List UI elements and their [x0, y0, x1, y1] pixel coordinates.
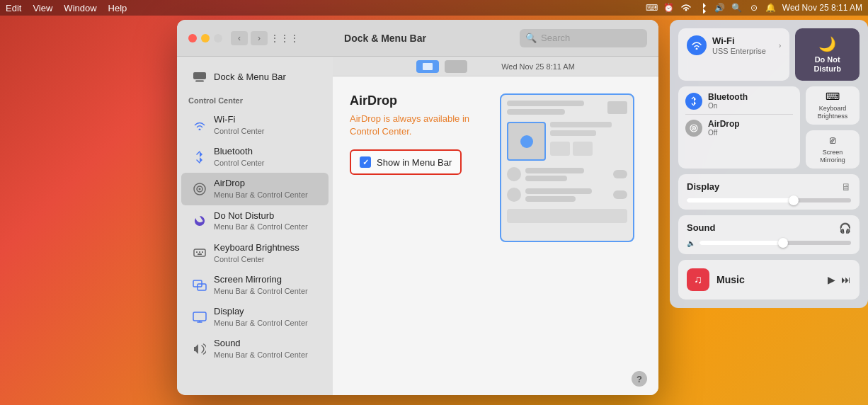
- cc-ble-airdrop-tile[interactable]: Bluetooth On AirDrop Off: [678, 86, 800, 168]
- cc-music-tile[interactable]: ♫ Music ▶ ⏭: [678, 260, 860, 300]
- mockup-line-4: [550, 130, 596, 136]
- mockup-lines-top: [507, 101, 603, 115]
- mockup-dot-2: [507, 188, 521, 202]
- cc-wifi-title: Wi-Fi: [712, 35, 766, 47]
- preview-mockup: [500, 93, 641, 242]
- cc-play-button[interactable]: ▶: [828, 274, 835, 285]
- mockup-list-line-1b: [525, 176, 567, 181]
- cc-display-slider[interactable]: [687, 198, 851, 202]
- search-bar[interactable]: 🔍 Search: [520, 29, 647, 47]
- cc-wifi-text: Wi-Fi USS Enterprise: [712, 35, 766, 55]
- checkbox-row[interactable]: ✓ Show in Menu Bar: [350, 149, 462, 175]
- sidebar-item-airdrop[interactable]: AirDrop Menu Bar & Control Center: [181, 173, 329, 205]
- sidebar-dnd-text: Do Not Disturb Menu Bar & Control Center: [214, 210, 308, 232]
- svg-rect-9: [202, 251, 203, 253]
- sidebar-bluetooth-subtitle: Control Center: [214, 158, 265, 168]
- sidebar-item-dock[interactable]: Dock & Menu Bar: [181, 65, 329, 89]
- sidebar-item-mirroring[interactable]: Screen Mirroring Menu Bar & Control Cent…: [181, 269, 329, 301]
- sidebar-item-sound[interactable]: Sound Menu Bar & Control Center: [181, 333, 329, 365]
- sidebar-item-bluetooth[interactable]: Bluetooth Control Center: [181, 141, 329, 173]
- sidebar-bluetooth-text: Bluetooth Control Center: [214, 146, 265, 168]
- sidebar-sound-subtitle: Menu Bar & Control Center: [214, 350, 308, 360]
- menubar-window[interactable]: Window: [64, 3, 96, 13]
- sidebar-bluetooth-title: Bluetooth: [214, 146, 265, 158]
- setting-title: AirDrop: [350, 93, 483, 108]
- cc-wifi-chevron[interactable]: ›: [779, 41, 782, 50]
- setting-section: AirDrop AirDrop is always available inCo…: [350, 93, 641, 242]
- mockup-right-1: [613, 170, 627, 178]
- mockup-line-1: [507, 101, 584, 106]
- sidebar-kbd-subtitle: Control Center: [214, 254, 299, 264]
- sidebar-item-dnd[interactable]: Do Not Disturb Menu Bar & Control Center: [181, 205, 329, 237]
- cc-sound-thumb[interactable]: [778, 238, 788, 248]
- cc-skip-button[interactable]: ⏭: [841, 274, 851, 285]
- window-title: Dock & Menu Bar: [259, 33, 511, 44]
- main-window: ‹ › ⋮⋮⋮ Dock & Menu Bar 🔍 Search Dock &: [177, 20, 658, 395]
- cc-display-thumb[interactable]: [789, 195, 799, 205]
- sidebar-item-display[interactable]: Display Menu Bar & Control Center: [181, 301, 329, 333]
- menubar-help[interactable]: Help: [108, 3, 127, 13]
- preview-banner: Wed Nov 25 8:11 AM: [333, 57, 658, 76]
- cc-kbd-icon: ⌨: [826, 91, 840, 102]
- traffic-lights: [188, 34, 222, 42]
- menubar-view[interactable]: View: [33, 3, 52, 13]
- sidebar-sound-text: Sound Menu Bar & Control Center: [214, 338, 308, 360]
- cc-airdrop-icon: [685, 120, 702, 137]
- show-in-menu-bar-checkbox[interactable]: ✓: [360, 156, 371, 168]
- preview-tab-active[interactable]: [416, 60, 439, 73]
- sidebar-display-text: Display Menu Bar & Control Center: [214, 306, 308, 328]
- sound-icon: [193, 342, 207, 356]
- sidebar-mirroring-text: Screen Mirroring Menu Bar & Control Cent…: [214, 274, 308, 296]
- svg-point-20: [693, 127, 695, 129]
- cc-keyboard-brightness-tile[interactable]: ⌨ Keyboard Brightness: [806, 86, 860, 125]
- cc-airdrop-subtitle: Off: [708, 129, 740, 137]
- svg-rect-1: [195, 80, 204, 82]
- cc-dnd-content: 🌙 Do NotDisturb: [804, 35, 851, 74]
- cc-kbd-label: Keyboard Brightness: [810, 105, 855, 120]
- notification-icon[interactable]: 🔔: [765, 2, 777, 13]
- cc-bluetooth-text: Bluetooth On: [708, 92, 748, 110]
- back-button[interactable]: ‹: [231, 31, 248, 45]
- cc-display-title: Display: [687, 181, 719, 192]
- cc-dnd-tile[interactable]: 🌙 Do NotDisturb: [795, 28, 860, 81]
- maximize-button[interactable]: [214, 34, 222, 42]
- mockup-thumb-1: [550, 142, 570, 156]
- cc-wifi-tile[interactable]: Wi-Fi USS Enterprise ›: [678, 28, 789, 81]
- mockup-list-line-2a: [525, 188, 592, 194]
- sidebar-kbd-title: Keyboard Brightness: [214, 242, 299, 254]
- cc-display-icon: 🖥: [841, 181, 851, 193]
- control-center-icon[interactable]: ⊙: [748, 2, 760, 13]
- bluetooth-menubar-icon[interactable]: [697, 2, 709, 13]
- cc-sound-header: Sound 🎧: [687, 222, 851, 234]
- cc-sound-slider[interactable]: [699, 241, 851, 245]
- cc-airdrop-text: AirDrop Off: [708, 119, 740, 137]
- cc-sound-fill: [699, 241, 783, 245]
- close-button[interactable]: [188, 34, 197, 42]
- svg-rect-13: [193, 312, 206, 321]
- preview-date: Wed Nov 25 8:11 AM: [501, 62, 575, 71]
- volume-icon[interactable]: 🔊: [714, 2, 726, 13]
- cc-sound-min-icon: 🔈: [687, 239, 695, 247]
- menubar-edit[interactable]: Edit: [6, 3, 21, 13]
- checkbox-checkmark: ✓: [362, 158, 369, 167]
- mockup-dot-1: [507, 167, 521, 181]
- sidebar-item-kbd[interactable]: Keyboard Brightness Control Center: [181, 237, 329, 269]
- menubar-datetime: Wed Nov 25 8:11 AM: [782, 3, 862, 13]
- search-icon: 🔍: [525, 33, 537, 43]
- mockup-line-3: [550, 122, 612, 127]
- help-button[interactable]: ?: [632, 371, 647, 387]
- keyboard-icon[interactable]: ⌨: [646, 2, 658, 13]
- search-menubar-icon[interactable]: 🔍: [731, 2, 743, 13]
- sidebar-item-wifi[interactable]: Wi-Fi Control Center: [181, 109, 329, 141]
- dock-menu-bar-icon: [193, 70, 207, 84]
- preview-tab-inactive[interactable]: [445, 60, 467, 73]
- control-center-panel: Wi-Fi USS Enterprise › 🌙 Do NotDisturb: [670, 20, 868, 308]
- search-placeholder: Search: [541, 33, 570, 43]
- cc-screen-mirroring-tile[interactable]: ⎚ Screen Mirroring: [806, 130, 860, 169]
- clock-icon[interactable]: ⏰: [663, 2, 675, 13]
- cc-bluetooth-row: Bluetooth On: [685, 92, 793, 110]
- minimize-button[interactable]: [201, 34, 210, 42]
- cc-airdrop-title: AirDrop: [708, 119, 740, 129]
- wifi-menubar-icon[interactable]: [680, 2, 692, 13]
- screen-mirroring-icon: [193, 278, 207, 292]
